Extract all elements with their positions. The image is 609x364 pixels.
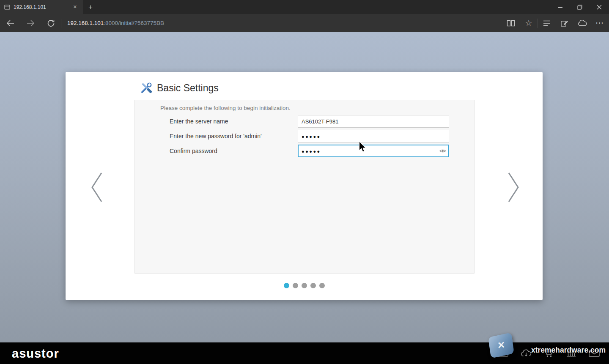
restore-button[interactable] — [570, 0, 590, 14]
browser-tab[interactable]: 192.168.1.101 ✕ — [0, 0, 83, 14]
back-button[interactable] — [0, 14, 20, 32]
web-note-icon[interactable] — [556, 14, 573, 32]
close-button[interactable] — [590, 0, 609, 14]
previous-step-chevron[interactable] — [88, 170, 105, 204]
new-password-label: Enter the new password for 'admin' — [170, 133, 298, 140]
hub-icon[interactable] — [538, 14, 556, 32]
server-name-label: Enter the server name — [170, 118, 298, 125]
browser-navbar: 192.168.1.101:8000/initial/?563775BB ☆ •… — [0, 14, 609, 32]
confirm-password-label: Confirm password — [170, 148, 298, 154]
footer-bar: asustor — [0, 342, 609, 364]
tools-icon — [140, 82, 152, 94]
page-background: Basic Settings Please complete the follo… — [0, 32, 609, 364]
instruction-text: Please complete the following to begin i… — [160, 105, 474, 111]
form-row-confirm-password: Confirm password — [170, 145, 474, 157]
page-icon — [4, 5, 10, 10]
screen: 192.168.1.101 ✕ + 192.168.1.1 — [0, 0, 609, 364]
browser-titlebar: 192.168.1.101 ✕ + — [0, 0, 609, 14]
pagination-dot[interactable] — [319, 283, 325, 288]
settings-panel: Please complete the following to begin i… — [134, 100, 475, 274]
favorites-star-icon[interactable]: ☆ — [520, 14, 538, 32]
setup-wizard-card: Basic Settings Please complete the follo… — [66, 72, 543, 300]
more-actions-icon[interactable]: ••• — [591, 14, 609, 32]
asustor-logo: asustor — [12, 346, 59, 360]
form-row-server-name: Enter the server name — [170, 115, 474, 128]
window-controls — [551, 0, 609, 14]
tab-close-icon[interactable]: ✕ — [71, 3, 79, 11]
address-bar[interactable]: 192.168.1.101:8000/initial/?563775BB — [67, 20, 502, 26]
pagination-dot[interactable] — [293, 283, 298, 288]
tab-title: 192.168.1.101 — [14, 4, 68, 10]
mouse-cursor — [359, 141, 366, 153]
navbar-right-icons: ☆ ••• — [502, 14, 609, 32]
watermark-text: xtremehardware.com — [531, 346, 606, 355]
new-password-input[interactable] — [298, 130, 449, 142]
pagination-dot[interactable] — [284, 283, 289, 288]
form-row-new-password: Enter the new password for 'admin' — [170, 130, 474, 142]
refresh-button[interactable] — [41, 14, 61, 32]
share-icon[interactable] — [573, 14, 591, 32]
next-step-chevron[interactable] — [505, 170, 522, 204]
address-path: :8000/initial/?563775BB — [104, 20, 164, 26]
pagination-dot[interactable] — [302, 283, 307, 288]
page-title: Basic Settings — [157, 82, 219, 94]
minimize-button[interactable] — [551, 0, 570, 14]
new-tab-button[interactable]: + — [83, 0, 98, 14]
confirm-password-input[interactable] — [298, 145, 449, 157]
navbar-separator — [61, 19, 61, 28]
cloud-download-icon[interactable] — [521, 349, 532, 358]
password-reveal-eye-icon[interactable] — [439, 148, 446, 153]
reading-view-icon[interactable] — [502, 14, 520, 32]
wizard-header: Basic Settings — [66, 72, 543, 94]
pagination-dots — [66, 283, 543, 288]
server-name-input[interactable] — [298, 115, 449, 128]
forward-button[interactable] — [20, 14, 41, 32]
address-host: 192.168.1.101 — [67, 20, 104, 26]
pagination-dot[interactable] — [310, 283, 316, 288]
